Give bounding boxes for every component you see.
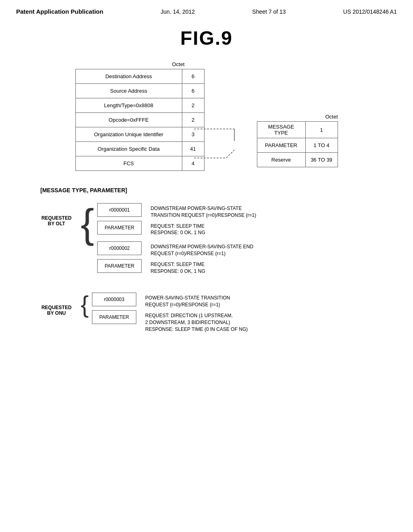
olt-group2-param-row: PARAMETER REQUEST: SLEEP TIMERESPONSE: 0…	[97, 259, 261, 277]
figure-title: FIG.9	[16, 27, 397, 49]
olt-desc-1: DOWNSTREAM POWER-SAVING-STATETRANSITION …	[146, 203, 261, 221]
olt-group1-code-row: r0000001 DOWNSTREAM POWER-SAVING-STATETR…	[97, 203, 261, 221]
packet-table: Destination Address 6 Source Address 6 L…	[75, 69, 204, 171]
row-length-type: Length/Type=0x8808	[75, 98, 182, 113]
row-org-uid: Organization Unique Identifier	[75, 127, 182, 142]
olt-rows: r0000001 DOWNSTREAM POWER-SAVING-STATETR…	[97, 203, 261, 276]
table-row: Organization Unique Identifier 3	[75, 127, 204, 142]
row-destination-address: Destination Address	[75, 69, 182, 84]
octet-label-right: Octet	[257, 114, 338, 120]
table-row: Length/Type=0x8808 2	[75, 98, 204, 113]
packet-wrapper: Octet Destination Address 6 Source Addre…	[75, 61, 338, 171]
onu-code-1: r0000003	[92, 293, 136, 306]
table-row: Destination Address 6	[75, 69, 204, 84]
msg-type-value: 1	[305, 122, 338, 138]
olt-desc-2: DOWNSTREAM POWER-SAVING-STATE ENDREQUEST…	[146, 241, 258, 259]
olt-brace: {	[81, 203, 94, 243]
sheet-info: Sheet 7 of 13	[252, 8, 286, 15]
requested-by-olt-section: REQUESTEDBY OLT { r0000001 DOWNSTREAM PO…	[40, 203, 397, 276]
row-destination-value: 6	[182, 69, 204, 84]
sub-table-row: MESSAGETYPE 1	[257, 122, 338, 138]
table-row: Source Address 6	[75, 84, 204, 98]
sub-table-container: Octet MESSAGETYPE 1 PARAMETER 1 TO 4 Res…	[257, 114, 338, 167]
olt-group2-code-row: r0000002 DOWNSTREAM POWER-SAVING-STATE E…	[97, 241, 261, 259]
onu-param-1: PARAMETER	[92, 310, 136, 324]
olt-param-desc-2: REQUEST: SLEEP TIMERESPONSE: 0 OK, 1 NG	[146, 259, 210, 277]
table-row: Organization Specific Data 41	[75, 142, 204, 156]
olt-code-2: r0000002	[97, 241, 142, 255]
onu-desc-1: POWER-SAVING-STATE TRANSITIONREQUEST (r=…	[140, 293, 235, 310]
msg-type-label-cell: MESSAGETYPE	[257, 122, 305, 138]
msg-type-section-title: [MESSAGE TYPE, PARAMETER]	[40, 187, 397, 193]
requested-by-onu-section: REQUESTEDBY ONU { r0000003 POWER-SAVING-…	[40, 293, 397, 335]
row-source-value: 6	[182, 84, 204, 98]
publication-date: Jun. 14, 2012	[161, 8, 195, 15]
requested-onu-label: REQUESTEDBY ONU	[40, 305, 73, 316]
packet-diagram: Octet Destination Address 6 Source Addre…	[16, 61, 397, 171]
row-opcode: Opcode=0xFFFE	[75, 113, 182, 127]
parameter-label-cell: PARAMETER	[257, 138, 305, 153]
onu-rows: r0000003 POWER-SAVING-STATE TRANSITIONRE…	[92, 293, 252, 335]
octet-label-main: Octet	[172, 61, 185, 67]
patent-number: US 2012/0148246 A1	[343, 8, 397, 15]
sub-table: MESSAGETYPE 1 PARAMETER 1 TO 4 Reserve 3…	[257, 121, 338, 167]
parameter-value: 1 TO 4	[305, 138, 338, 153]
onu-group1-code-row: r0000003 POWER-SAVING-STATE TRANSITIONRE…	[92, 293, 252, 310]
table-row: FCS 4	[75, 156, 204, 171]
svg-line-3	[226, 150, 234, 158]
olt-code-1: r0000001	[97, 203, 142, 217]
onu-group1-param-row: PARAMETER REQUEST: DIRECTION (1 UPSTREAM…	[92, 310, 252, 335]
requested-olt-label: REQUESTEDBY OLT	[40, 215, 73, 227]
row-fcs: FCS	[75, 156, 182, 171]
onu-param-desc-1: REQUEST: DIRECTION (1 UPSTREAM,2 DOWNSTR…	[140, 310, 252, 335]
publication-title: Patent Application Publication	[16, 8, 103, 15]
reserve-value: 36 TO 39	[305, 153, 338, 167]
sub-table-row: Reserve 36 TO 39	[257, 153, 338, 167]
olt-param-desc-1: REQUEST: SLEEP TIMERESPONSE: 0 OK, 1 NG	[146, 221, 210, 239]
sub-table-row: PARAMETER 1 TO 4	[257, 138, 338, 153]
connector-svg	[194, 129, 259, 169]
olt-param-2: PARAMETER	[97, 259, 142, 273]
olt-group1-param-row: PARAMETER REQUEST: SLEEP TIMERESPONSE: 0…	[97, 221, 261, 239]
row-org-specific: Organization Specific Data	[75, 142, 182, 156]
onu-brace: {	[81, 293, 89, 317]
row-opcode-value: 2	[182, 113, 204, 127]
row-source-address: Source Address	[75, 84, 182, 98]
table-row: Opcode=0xFFFE 2	[75, 113, 204, 127]
olt-param-1: PARAMETER	[97, 221, 142, 235]
page-header: Patent Application Publication Jun. 14, …	[16, 8, 397, 15]
reserve-label-cell: Reserve	[257, 153, 305, 167]
row-length-value: 2	[182, 98, 204, 113]
